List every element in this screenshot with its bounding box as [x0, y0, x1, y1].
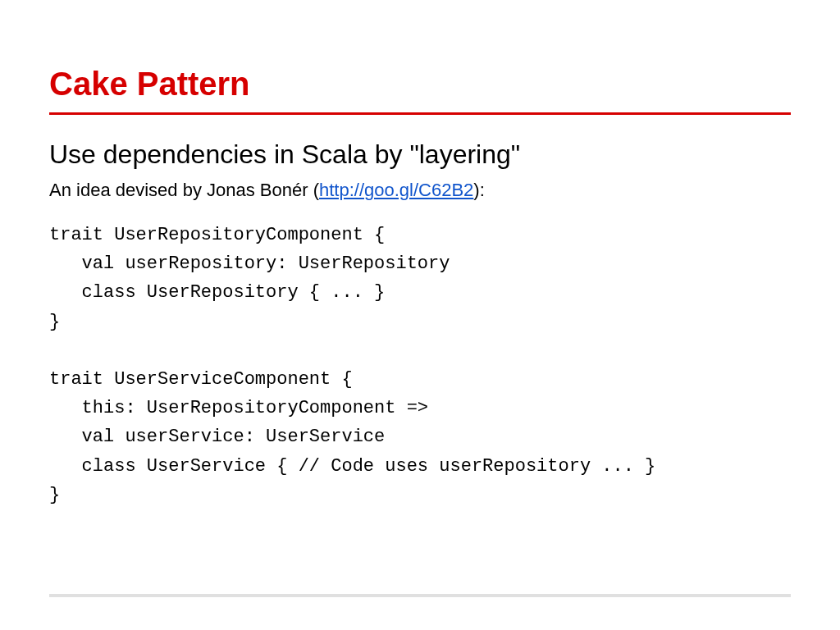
title-divider [49, 112, 791, 115]
slide-title: Cake Pattern [49, 66, 791, 103]
byline-suffix: ): [473, 180, 484, 200]
bottom-divider [49, 594, 791, 597]
code-block: trait UserRepositoryComponent { val user… [49, 221, 791, 509]
byline-link[interactable]: http://goo.gl/C62B2 [319, 180, 473, 200]
byline-prefix: An idea devised by Jonas Bonér ( [49, 180, 319, 200]
slide-subtitle: Use dependencies in Scala by "layering" [49, 139, 791, 170]
byline: An idea devised by Jonas Bonér (http://g… [49, 180, 791, 201]
slide-container: Cake Pattern Use dependencies in Scala b… [0, 0, 840, 630]
